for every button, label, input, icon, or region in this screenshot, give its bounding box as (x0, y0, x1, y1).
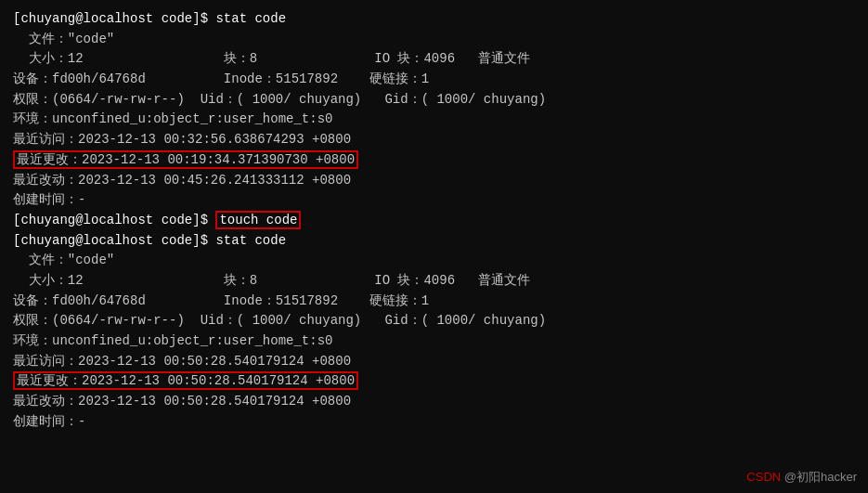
touch-command-highlight: touch code (215, 211, 301, 229)
terminal-line-birth2: 创建时间：- (13, 412, 855, 433)
terminal-line-birth1: 创建时间：- (13, 190, 855, 211)
terminal-line-dev1: 设备：fd00h/64768d Inode：51517892 硬链接：1 (13, 70, 855, 90)
terminal-line-ctime1: 最近改动：2023-12-13 00:45:26.241333112 +0800 (13, 171, 855, 191)
watermark: CSDN @初阳hacker (746, 469, 857, 486)
terminal-line-ctx2: 环境：unconfined_u:object_r:user_home_t:s0 (13, 331, 855, 352)
mtime1-highlight: 最近更改：2023-12-13 00:19:34.371390730 +0800 (13, 150, 358, 169)
terminal-line-ctime2: 最近改动：2023-12-13 00:50:28.540179124 +0800 (13, 392, 855, 412)
terminal: [chuyang@localhost code]$ stat code 文件："… (0, 0, 868, 441)
terminal-line-mtime1: 最近更改：2023-12-13 00:19:34.371390730 +0800 (13, 150, 855, 171)
terminal-line-file2: 文件："code" (13, 251, 855, 271)
terminal-line-size2: 大小：12 块：8 IO 块：4096 普通文件 (13, 271, 855, 292)
terminal-line-dev2: 设备：fd00h/64768d Inode：51517892 硬链接：1 (13, 292, 855, 312)
mtime2-highlight: 最近更改：2023-12-13 00:50:28.540179124 +0800 (13, 371, 358, 390)
terminal-line-cmd2: [chuyang@localhost code]$ touch code (13, 211, 855, 231)
terminal-line-atime1: 最近访问：2023-12-13 00:32:56.638674293 +0800 (13, 130, 855, 150)
terminal-line-perm1: 权限：(0664/-rw-rw-r--) Uid：( 1000/ chuyang… (13, 90, 855, 110)
watermark-csdn: CSDN (746, 470, 781, 484)
terminal-line-cmd3: [chuyang@localhost code]$ stat code (13, 231, 855, 252)
terminal-line-mtime2: 最近更改：2023-12-13 00:50:28.540179124 +0800 (13, 371, 855, 392)
terminal-line-cmd1: [chuyang@localhost code]$ stat code (13, 9, 855, 30)
terminal-line-size1: 大小：12 块：8 IO 块：4096 普通文件 (13, 49, 855, 70)
terminal-line-atime2: 最近访问：2023-12-13 00:50:28.540179124 +0800 (13, 352, 855, 372)
terminal-line-ctx1: 环境：unconfined_u:object_r:user_home_t:s0 (13, 110, 855, 130)
watermark-handle: @初阳hacker (781, 470, 857, 484)
terminal-line-perm2: 权限：(0664/-rw-rw-r--) Uid：( 1000/ chuyang… (13, 311, 855, 331)
terminal-line-file1: 文件："code" (13, 30, 855, 50)
